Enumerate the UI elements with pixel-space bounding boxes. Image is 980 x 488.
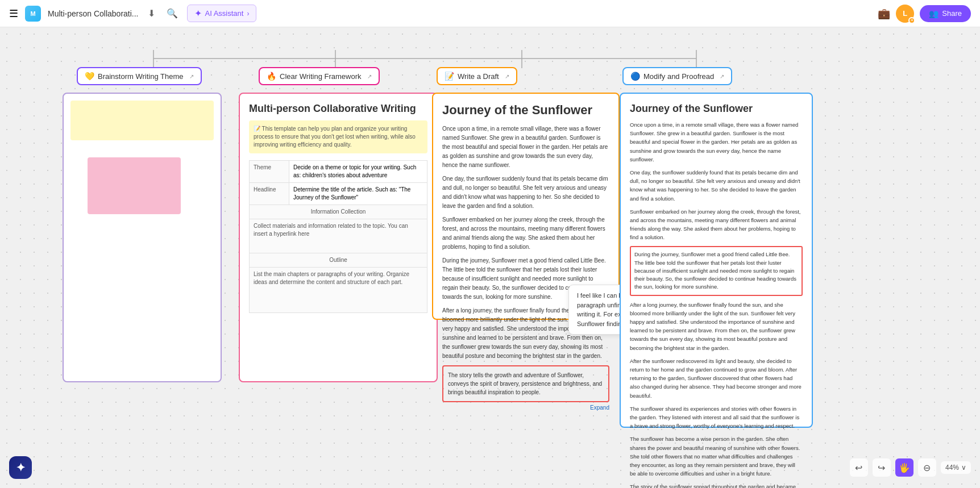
ai-assistant-button[interactable]: ✦ AI Assistant › [187, 5, 257, 22]
topbar-right: 💼 L + 👥 Share [878, 5, 971, 23]
draft-resize-icon: ↗ [505, 73, 509, 80]
table-row-info-header: Information Collection [250, 205, 427, 219]
bottom-toolbar: ✦ ↩ ↪ 🖐 ⊖ 44% ∨ [9, 456, 971, 479]
stage-label-brainstorm[interactable]: 💛 Brainstorm Writing Theme ↗ [77, 67, 202, 85]
theme-label: Theme [250, 161, 289, 183]
clear-label: Clear Writing Framework [280, 72, 362, 81]
avatar-letter: L [903, 9, 907, 18]
hand-icon: 🖐 [899, 462, 910, 473]
card4-para2-5: The story of the sunflower spread throug… [630, 482, 803, 488]
table-row-outline-header: Outline [250, 253, 427, 268]
theme-value: Decide on a theme or topic for your writ… [289, 161, 427, 183]
table-row-info: Collect materials and information relate… [250, 219, 427, 253]
share-button[interactable]: 👥 Share [920, 5, 971, 22]
expand-link[interactable]: Expand [442, 404, 609, 411]
doc-title: Multi-person Collaborati... [48, 9, 139, 18]
headline-value: Determine the title of the article. Such… [289, 183, 427, 205]
topbar: ☰ M Multi-person Collaborati... ⬇ 🔍 ✦ AI… [0, 0, 980, 27]
draft-emoji: 📝 [445, 72, 454, 81]
card-brainstorm [63, 93, 222, 382]
card2-tip: 📝 This template can help you plan and or… [249, 120, 427, 153]
card4-title: Journey of the Sunflower [630, 103, 803, 115]
sticky-note-yellow [70, 101, 214, 140]
doc-icon-letter: M [30, 10, 35, 17]
card4-para-3: Sunflower embarked on her journey along … [630, 207, 803, 242]
doc-icon: M [25, 6, 41, 22]
modify-emoji: 🔵 [630, 72, 640, 81]
ai-icon: ✦ [194, 8, 202, 19]
card2-title: Multi-person Collaborative Writing [249, 103, 427, 115]
info-collection-header: Information Collection [250, 205, 427, 219]
brainstorm-resize-icon: ↗ [189, 73, 194, 80]
card-clear-writing: Multi-person Collaborative Writing 📝 Thi… [239, 93, 438, 382]
avatar[interactable]: L + [896, 5, 914, 23]
menu-icon[interactable]: ☰ [9, 7, 18, 20]
hand-tool-button[interactable]: 🖐 [895, 458, 913, 477]
search-icon[interactable]: 🔍 [164, 6, 180, 21]
draft-para-2: One day, the sunflower suddenly found th… [442, 174, 609, 211]
share-people-icon: 👥 [929, 9, 939, 18]
zoom-out-icon: ⊖ [923, 462, 931, 473]
info-value: Collect materials and information relate… [250, 219, 427, 253]
draft-highlight: The story tells the growth and adventure… [442, 365, 609, 402]
card4-para2-2: After the sunflower rediscovered its lig… [630, 357, 803, 400]
app-logo[interactable]: ✦ [9, 456, 32, 479]
zoom-out-button[interactable]: ⊖ [918, 458, 936, 477]
chevron-right-icon: › [247, 10, 249, 18]
bottom-left: ✦ [9, 456, 32, 479]
logo-letter: ✦ [16, 461, 26, 474]
clear-emoji: 🔥 [267, 72, 276, 81]
sticky-note-pink [88, 157, 181, 214]
table-row-theme: Theme Decide on a theme or topic for you… [250, 161, 427, 183]
table-row-headline: Headline Determine the title of the arti… [250, 183, 427, 205]
draft-para-1: Once upon a time, in a remote small vill… [442, 124, 609, 170]
card4-para2-3: The sunflower shared its experiences and… [630, 404, 803, 431]
modify-resize-icon: ↗ [720, 73, 724, 80]
zoom-chevron-icon: ∨ [961, 464, 966, 472]
headline-label: Headline [250, 183, 289, 205]
table-row-outline: List the main chapters or paragraphs of … [250, 268, 427, 313]
outline-header: Outline [250, 253, 427, 268]
topbar-left: ☰ M Multi-person Collaborati... ⬇ 🔍 ✦ AI… [9, 5, 871, 22]
stage-label-draft[interactable]: 📝 Write a Draft ↗ [437, 67, 517, 85]
card-modify: Journey of the Sunflower Once upon a tim… [620, 93, 813, 428]
draft-para-3: Sunflower embarked on her journey along … [442, 215, 609, 252]
brainstorm-label: Brainstorm Writing Theme [98, 72, 184, 81]
writing-table: Theme Decide on a theme or topic for you… [249, 160, 427, 313]
draft-label: Write a Draft [458, 72, 499, 81]
zoom-level-value: 44% [945, 464, 959, 472]
card4-para-1: Once upon a time, in a remote small vill… [630, 120, 803, 164]
undo-button[interactable]: ↩ [850, 458, 868, 477]
redo-icon: ↪ [878, 462, 885, 473]
clear-resize-icon: ↗ [367, 73, 372, 80]
card4-highlight: During the journey, Sunflower met a good… [630, 246, 803, 295]
share-label: Share [942, 9, 962, 18]
briefcase-icon[interactable]: 💼 [878, 7, 890, 20]
card4-para2-1: After a long journey, the sunflower fina… [630, 301, 803, 352]
redo-button[interactable]: ↪ [873, 458, 891, 477]
bottom-right: ↩ ↪ 🖐 ⊖ 44% ∨ [850, 458, 971, 477]
brainstorm-emoji: 💛 [85, 72, 94, 81]
ai-label: AI Assistant [205, 9, 244, 18]
draft-card-title: Journey of the Sunflower [442, 103, 609, 118]
outline-value: List the main chapters or paragraphs of … [250, 268, 427, 313]
canvas[interactable]: 💛 Brainstorm Writing Theme ↗ 🔥 Clear Wri… [0, 27, 980, 488]
stage-label-modify[interactable]: 🔵 Modify and Proofread ↗ [622, 67, 732, 85]
zoom-level-display[interactable]: 44% ∨ [941, 461, 971, 474]
modify-label: Modify and Proofread [643, 72, 714, 81]
undo-icon: ↩ [855, 462, 862, 473]
card4-para-2: One day, the sunflower suddenly found th… [630, 168, 803, 203]
avatar-badge: + [908, 17, 915, 24]
stage-label-clear[interactable]: 🔥 Clear Writing Framework ↗ [259, 67, 380, 85]
download-icon[interactable]: ⬇ [146, 6, 157, 21]
